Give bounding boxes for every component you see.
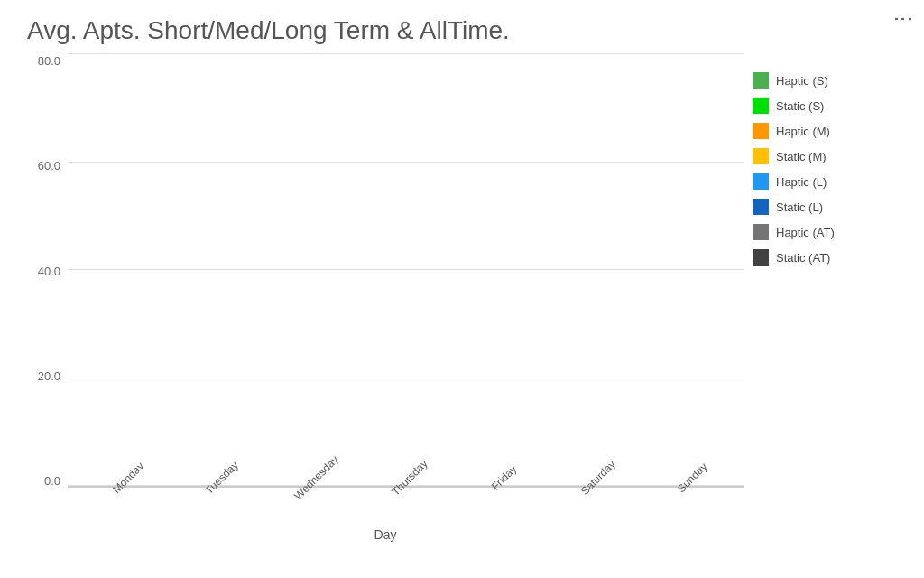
- day-group-saturday: Saturday: [547, 466, 641, 486]
- legend-color-5: [753, 199, 769, 215]
- legend-color-2: [753, 123, 769, 139]
- chart-plot-area: MondayTuesdayWednesdayThursdayFridaySatu…: [68, 54, 744, 488]
- x-label-thursday: Thursday: [390, 457, 430, 498]
- day-group-friday: Friday: [453, 466, 547, 486]
- legend-color-1: [753, 98, 769, 114]
- legend-item-0: Haptic (S): [753, 72, 897, 89]
- day-group-thursday: Thursday: [358, 466, 452, 486]
- y-axis: 0.0 20.0 40.0 60.0 80.0: [27, 54, 68, 488]
- legend-color-7: [753, 249, 769, 266]
- x-label-tuesday: Tuesday: [203, 459, 241, 497]
- legend-label-1: Static (S): [776, 99, 824, 113]
- y-label-40: 40.0: [38, 265, 60, 278]
- legend-label-3: Static (M): [776, 150, 827, 163]
- day-group-monday: Monday: [77, 466, 171, 486]
- more-button[interactable]: ⋮: [892, 9, 915, 30]
- legend-item-7: Static (AT): [753, 249, 897, 266]
- legend-color-6: [753, 224, 769, 240]
- legend-label-0: Haptic (S): [776, 74, 828, 88]
- day-group-wednesday: Wednesday: [264, 466, 358, 486]
- y-label-60: 60.0: [38, 159, 60, 172]
- bars-wrapper: MondayTuesdayWednesdayThursdayFridaySatu…: [68, 54, 744, 486]
- legend-color-3: [753, 148, 769, 164]
- y-label-20: 20.0: [38, 369, 60, 383]
- legend-label-4: Haptic (L): [776, 175, 827, 189]
- day-group-sunday: Sunday: [641, 466, 735, 486]
- legend-label-7: Static (AT): [776, 251, 830, 265]
- legend-label-2: Haptic (M): [776, 125, 830, 138]
- legend-item-3: Static (M): [753, 148, 897, 164]
- legend-item-1: Static (S): [753, 98, 897, 114]
- legend-label-6: Haptic (AT): [776, 226, 835, 239]
- y-label-0: 0.0: [44, 474, 60, 488]
- chart-title: Avg. Apts. Short/Med/Long Term & AllTime…: [0, 0, 924, 45]
- day-group-tuesday: Tuesday: [171, 466, 264, 486]
- legend-item-4: Haptic (L): [753, 173, 897, 190]
- x-label-wednesday: Wednesday: [291, 453, 341, 503]
- x-label-sunday: Sunday: [675, 461, 710, 496]
- x-label-friday: Friday: [489, 462, 519, 492]
- legend-label-5: Static (L): [776, 200, 823, 214]
- x-axis-title: Day: [374, 527, 397, 542]
- x-label-saturday: Saturday: [578, 458, 618, 498]
- x-label-monday: Monday: [110, 460, 146, 496]
- legend-item-6: Haptic (AT): [753, 224, 897, 240]
- y-label-80: 80.0: [38, 54, 60, 68]
- legend-item-5: Static (L): [753, 199, 897, 215]
- legend-item-2: Haptic (M): [753, 123, 897, 139]
- legend-color-4: [753, 173, 769, 190]
- legend: Haptic (S) Static (S) Haptic (M) Static …: [744, 54, 906, 551]
- legend-color-0: [753, 72, 769, 89]
